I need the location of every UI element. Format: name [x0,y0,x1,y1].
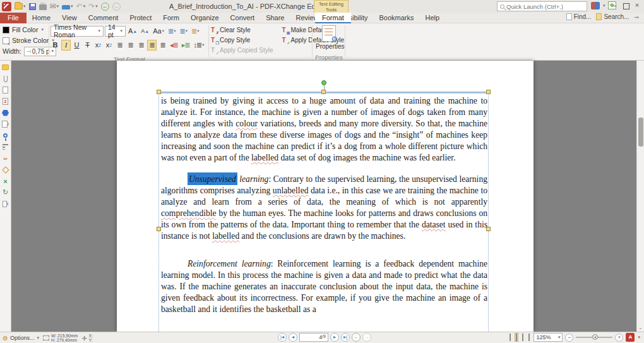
history-forward-button[interactable]: → [112,1,121,11]
zoom-level-select[interactable]: 125%▾ [534,333,563,342]
tab-view[interactable]: View [56,13,83,23]
tag-icon[interactable] [1,165,9,174]
properties-button[interactable]: Properties [316,25,342,50]
undo-button[interactable]: ↶▾ [76,1,86,11]
maximize-button[interactable] [620,0,631,11]
tab-share[interactable]: Share [260,13,290,23]
customize-toolbar-icon[interactable] [591,2,600,9]
scroll-down-icon[interactable]: ⌄ [638,325,643,330]
apply-copied-style-button[interactable]: T✓Apply Copied Style [211,45,273,55]
open-file-button[interactable]: ▾ [14,1,27,11]
save-button[interactable] [28,1,37,11]
bold-button[interactable]: B [51,40,60,51]
decrease-indent-button[interactable]: ◂≣ [169,40,179,51]
resize-handle-top-right[interactable] [486,90,491,94]
next-view-button[interactable]: → [362,333,371,342]
zoom-slider-knob[interactable] [592,334,598,340]
two-page-continuous-view-button[interactable] [527,333,531,342]
minimize-button[interactable]: – [609,0,620,11]
sticky-note-icon[interactable] [1,63,9,71]
pin-ribbon-icon[interactable]: ⊸ [634,14,639,20]
line-spacing-button[interactable]: ↕≣▾ [193,40,206,51]
strikethrough-button[interactable]: T [83,40,92,51]
two-page-view-button[interactable] [521,333,525,342]
options-button[interactable]: ⚙ Options... ▾ [3,335,39,342]
page-info-icon[interactable] [1,200,9,208]
tab-help[interactable]: Help [420,13,446,23]
tab-file[interactable]: File [0,13,27,23]
print-button[interactable] [39,1,47,11]
increase-indent-button[interactable]: ▸≣ [181,40,191,51]
first-page-button[interactable]: |◂ [278,333,287,342]
align-left-button[interactable]: ≣ [115,40,124,51]
font-family-select[interactable]: Times New Roman▾ [51,26,104,37]
clear-style-button[interactable]: T✗Clear Style [211,25,273,35]
resize-handle-top-center[interactable] [321,90,326,94]
app-logo-icon[interactable] [1,1,12,11]
tab-format-active[interactable]: Format [315,13,351,23]
underline-button[interactable]: U [72,40,81,51]
history-back-button[interactable]: ← [100,1,110,11]
page-thumbnail-icon[interactable] [1,86,9,94]
scan-button[interactable]: ▾ [61,1,74,11]
align-right-button[interactable]: ≣ [136,40,146,51]
numbered-list-button[interactable]: ≣▾ [178,26,188,37]
find-button[interactable]: Find... [566,13,592,20]
quick-launch-box[interactable] [497,1,587,11]
close-button[interactable]: × [631,0,643,11]
previous-view-button[interactable]: ← [352,333,361,342]
email-button[interactable]: ✉▾ [49,1,60,11]
pdf-compatibility-icon[interactable]: A [626,333,635,342]
shrink-font-button[interactable]: A▲ [140,26,150,37]
text-edit-box[interactable]: is being trained by giving it access to … [158,92,489,332]
align-center-button[interactable]: ≣ [126,40,135,51]
pdf-page[interactable]: is being trained by giving it access to … [117,61,534,332]
stamp-icon[interactable]: ↻ [1,188,9,196]
bullet-list-icon: ≣ [168,27,173,35]
vertical-scrollbar[interactable]: ⌄ [636,61,644,332]
align-justify-all-button[interactable]: ≣ [158,40,167,51]
tab-organize[interactable]: Organize [185,13,225,23]
list-style-button[interactable]: ≣▾ [190,26,200,37]
shape-icon[interactable] [1,109,9,117]
attachment-icon[interactable] [1,75,9,83]
resize-handle-mid-left[interactable] [157,227,161,231]
sign-document-icon[interactable] [1,120,9,128]
bullet-list-button[interactable]: ≣▾ [167,26,177,37]
scrollbar-thumb[interactable] [638,117,643,147]
grow-font-button[interactable]: A▲ [127,26,138,37]
document-text[interactable]: is being trained by giving it access to … [161,95,487,315]
next-page-button[interactable]: ▸ [330,333,339,342]
tab-convert[interactable]: Convert [225,13,261,23]
redo-button[interactable]: ↷▾ [88,1,98,11]
change-case-button[interactable]: Aa▾ [152,26,165,37]
zoom-slider[interactable] [576,337,612,338]
tab-comment[interactable]: Comment [83,13,124,23]
page-number-icon[interactable]: 2 [1,97,9,105]
search-button[interactable]: Search... [596,13,629,20]
align-justify-button[interactable]: ≣ [147,40,157,51]
continuous-view-button[interactable] [515,333,518,342]
italic-button[interactable]: I [61,40,71,51]
link-icon[interactable]: ∞ [1,154,9,162]
tab-form[interactable]: Form [157,13,185,23]
zoom-out-button[interactable]: − [565,334,573,342]
superscript-button[interactable]: x2 [104,40,114,51]
previous-page-button[interactable]: ◂ [289,333,297,342]
last-page-button[interactable]: ▸| [341,333,350,342]
subscript-button[interactable]: x2 [93,40,103,51]
quick-launch-input[interactable] [506,3,584,10]
tab-protect[interactable]: Protect [124,13,157,23]
font-size-select[interactable]: 14 pt▾ [105,26,126,37]
structure-tree-icon[interactable] [1,143,9,151]
single-page-view-button[interactable] [508,333,512,342]
measure-icon[interactable]: × [1,177,9,185]
zoom-in-button[interactable]: + [615,334,623,342]
resize-handle-top-left[interactable] [157,90,161,94]
rotation-handle[interactable] [321,80,326,85]
tab-bookmarks[interactable]: Bookmarks [373,13,419,23]
page-number-input[interactable]: 4/9 [299,333,328,342]
copy-style-button[interactable]: T❐Copy Style [211,35,273,45]
tab-home[interactable]: Home [27,13,56,23]
location-pin-icon[interactable] [1,131,9,140]
